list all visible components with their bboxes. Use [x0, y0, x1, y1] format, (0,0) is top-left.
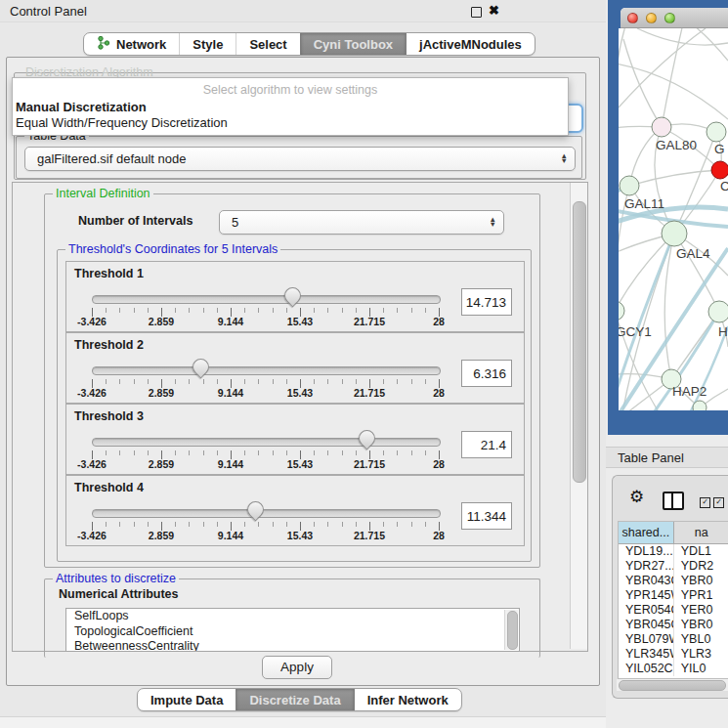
slider-track[interactable] [92, 366, 441, 375]
tab-network[interactable]: Network [84, 33, 179, 55]
network-node-label: GCY1 [619, 324, 652, 339]
threshold-value-field[interactable]: 6.316 [461, 360, 512, 387]
table-cell: YPR145W [619, 588, 674, 603]
tick-label: 2.859 [149, 387, 174, 399]
close-icon[interactable]: ✖ [489, 3, 499, 18]
table-cell: YIL0 [674, 662, 728, 676]
network-canvas[interactable]: GAL80GCGAL11GAL4GCY1HHAP2 [619, 28, 728, 410]
scrollbar-thumb[interactable] [619, 680, 726, 691]
threshold-value-field[interactable]: 14.713 [461, 288, 512, 316]
apply-button[interactable]: Apply [262, 656, 332, 679]
table-cell: YBR043C [619, 574, 674, 588]
slider-track[interactable] [92, 509, 441, 518]
tick-label: 15.43 [287, 530, 313, 541]
number-of-intervals-combobox[interactable]: 5 ▲▼ [219, 210, 504, 235]
threshold-coordinates-group: Threshold's Coordinates for 5 Intervals … [57, 249, 532, 562]
slider-tick-labels: -3.4262.8599.14415.4321.71528 [66, 316, 524, 328]
table-row[interactable]: YBR045C YBR0 [619, 618, 728, 632]
table-row[interactable]: YLR345W YLR3 [619, 647, 728, 662]
threshold-value-field[interactable]: 11.344 [461, 502, 512, 530]
tab-jactivemnodules[interactable]: jActiveMNodules [406, 33, 535, 55]
node-table: shared... na YDL19... YDL1 YDR27... YDR2… [618, 521, 728, 679]
numerical-attributes-list: SelfLoops TopologicalCoefficient Between… [65, 608, 520, 652]
slider-track[interactable] [92, 295, 441, 304]
attributes-group: Attributes to discretize Numerical Attri… [44, 578, 540, 658]
network-node[interactable] [620, 176, 639, 195]
network-node-label: G [714, 142, 725, 156]
network-node[interactable] [619, 301, 624, 321]
table-row[interactable]: YPR145W YPR1 [619, 588, 728, 603]
tab-label: Impute Data [150, 693, 223, 707]
combobox-value: 5 [232, 211, 238, 234]
tab-label: jActiveMNodules [419, 37, 522, 52]
network-node[interactable] [652, 117, 671, 137]
table-row[interactable]: YBL079W YBL0 [619, 632, 728, 647]
network-node[interactable] [708, 301, 728, 322]
close-traffic-light[interactable] [627, 13, 638, 23]
vertical-scrollbar [570, 183, 587, 649]
table-row[interactable]: YIL052C YIL0 [619, 662, 728, 676]
tick-label: 15.43 [287, 387, 313, 399]
dropdown-hint: Select algorithm to view settings [13, 83, 568, 97]
column-header-name[interactable]: na [674, 522, 728, 543]
table-data-combobox[interactable]: galFiltered.sif default node ▲▼ [24, 147, 576, 171]
tab-infer-network[interactable]: Infer Network [354, 689, 461, 710]
tab-discretize-data[interactable]: Discretize Data [236, 689, 353, 710]
threshold-row: Threshold 1 -3.4262.8599.14415.4321.7152… [65, 261, 525, 332]
top-tab-bar: Network Style Select Cyni Toolbox jActiv… [83, 32, 535, 56]
dropdown-option-equal-width-frequency[interactable]: Equal Width/Frequency Discretization [16, 115, 228, 130]
table-cell: YLR345W [619, 647, 674, 662]
scrollbar-thumb[interactable] [573, 201, 586, 483]
network-node[interactable] [693, 401, 707, 410]
threshold-value-field[interactable]: 21.4 [461, 431, 512, 458]
tab-style[interactable]: Style [179, 33, 236, 55]
float-window-icon[interactable] [471, 7, 482, 18]
table-row[interactable]: YBR043C YBR0 [619, 574, 728, 588]
column-header-shared-name[interactable]: shared... [619, 522, 674, 543]
numerical-attributes-label: Numerical Attributes [59, 587, 178, 601]
threshold-label: Threshold 3 [74, 409, 144, 423]
network-node[interactable] [662, 221, 687, 246]
network-edge [619, 63, 728, 119]
table-cell: YBR0 [674, 618, 728, 632]
network-icon [97, 35, 110, 53]
tab-cyni-toolbox[interactable]: Cyni Toolbox [300, 33, 406, 55]
list-item[interactable]: BetweennessCentrality [66, 639, 519, 652]
checkbox-icon[interactable]: ✓ [700, 497, 710, 508]
combobox-value: galFiltered.sif default node [37, 148, 186, 170]
network-node-label: HAP2 [672, 384, 707, 399]
gear-icon[interactable]: ⚙ [629, 487, 644, 507]
right-column: GAL80GCGAL11GAL4GCY1HHAP2 Table Panel ⚙ … [606, 0, 728, 728]
network-node[interactable] [707, 122, 726, 142]
slider-track[interactable] [92, 438, 441, 447]
tab-label: Style [193, 37, 223, 52]
table-cell: YER054C [619, 603, 674, 618]
list-item[interactable]: SelfLoops [66, 609, 519, 624]
table-panel-title: Table Panel [618, 450, 684, 465]
table-row[interactable]: YDL19... YDL1 [619, 544, 728, 559]
tick-label: 21.715 [354, 530, 385, 541]
threshold-row: Threshold 4 -3.4262.8599.14415.4321.7152… [65, 475, 525, 546]
stepper-arrows-icon: ▲▼ [561, 153, 568, 164]
list-scrollbar[interactable] [504, 610, 518, 650]
table-cell: YBR0 [674, 574, 728, 588]
network-window-titlebar [621, 8, 728, 28]
network-node-label: C [720, 179, 728, 193]
network-node-label: GAL11 [624, 196, 664, 211]
table-cell: YIL052C [619, 662, 674, 676]
horizontal-scrollbar [617, 679, 728, 691]
table-row[interactable]: YER054C YER0 [619, 603, 728, 618]
dropdown-option-manual-discretization[interactable]: Manual Discretization [16, 100, 147, 114]
checkbox-icon[interactable]: ✓ [713, 497, 724, 508]
minimize-traffic-light[interactable] [646, 13, 657, 23]
table-row[interactable]: YDR27... YDR2 [619, 559, 728, 574]
group-title: Threshold's Coordinates for 5 Intervals [65, 242, 280, 256]
tab-impute-data[interactable]: Impute Data [138, 689, 236, 710]
zoom-traffic-light[interactable] [664, 13, 675, 23]
tab-select[interactable]: Select [236, 33, 299, 55]
network-edge [629, 170, 720, 186]
list-item[interactable]: TopologicalCoefficient [66, 624, 519, 640]
split-columns-icon[interactable] [663, 492, 684, 510]
network-node[interactable] [711, 161, 728, 179]
threshold-label: Threshold 1 [74, 267, 144, 280]
